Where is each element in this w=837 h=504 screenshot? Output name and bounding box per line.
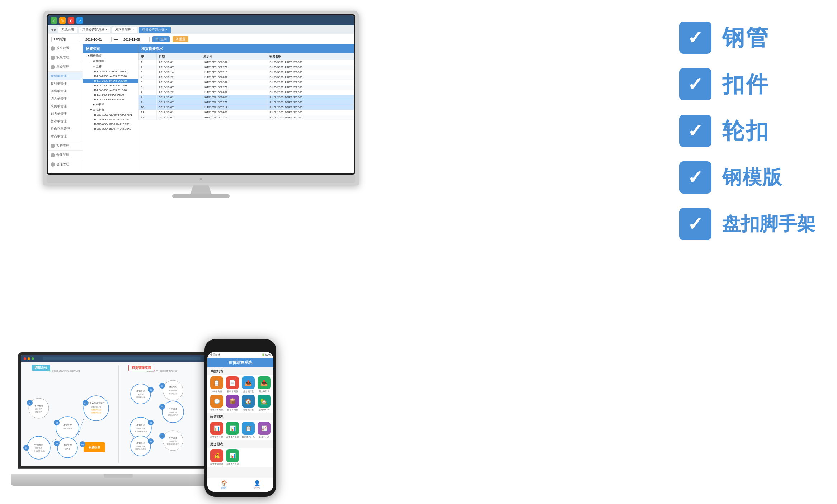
sidebar-item-lease[interactable]: 租借存单管理 [48, 125, 83, 133]
sidebar-item-out[interactable]: 调出单管理 [48, 87, 83, 95]
table-row[interactable]: 92019-10-07101910291502671B-LG-2000 Φ48*… [138, 100, 354, 105]
svg-point-11 [84, 396, 109, 421]
phone-icon-storage[interactable]: 📦 暂存单列表 [225, 395, 240, 412]
sidebar-item-asset[interactable]: 单资管理 [48, 63, 83, 71]
list-icon [51, 65, 55, 69]
laptop-hinge [18, 468, 219, 469]
tree-item-lg3000[interactable]: B-LG-3000 Φ48*3.2*3000 [83, 69, 138, 74]
tree-item-buckle[interactable]: ▼ 盘扣物资 [83, 58, 138, 64]
sidebar-item-customer[interactable]: 客户管理 [48, 142, 83, 149]
checkmark-icon-2: ✓ [687, 75, 703, 94]
out-icon: 📤 [242, 376, 255, 389]
sidebar-item-gift[interactable]: 赠品单管理 [48, 133, 83, 140]
tree-item-lg1000[interactable]: B-LG-1000 φ48*3.2*1000 [83, 88, 138, 92]
phone-icon-lease-ledger[interactable]: 💰 租赁费用总账 [210, 449, 224, 466]
tree-item-lg1500[interactable]: B-LG-1500 φ48*3.2*1500 [83, 83, 138, 88]
phone-icon-outstock[interactable]: 🏠 出仓单列表 [241, 395, 255, 412]
sidebar-item-purchase[interactable]: 采购单管理 [48, 103, 83, 110]
in-label: 调入单列表 [259, 390, 269, 393]
tree-item-lg500[interactable]: B-LG-500 Φ48*3.2*500 [83, 92, 138, 97]
sidebar-item-receive[interactable]: 收料单管理 [48, 80, 83, 87]
expand-dot [32, 357, 34, 360]
phone-icon-exit-total[interactable]: 📈 退出仓汇总 [257, 422, 271, 439]
tree-item-lg2500[interactable]: B-LG-2500 φ48*3.2*2500 [83, 74, 138, 79]
search-date-to[interactable] [121, 37, 150, 42]
table-cell: 2019-10-14 [157, 70, 201, 75]
issue-label: 发料单列表 [211, 390, 222, 393]
phone-icon-inp[interactable]: 📥 调入单列表 [257, 376, 271, 393]
svg-text:02: 02 [161, 435, 164, 437]
table-row[interactable]: 122019-10-07101910291502671B-LG-1500 Φ48… [138, 115, 354, 120]
temp-total-icon: 📋 [242, 422, 255, 435]
sidebar-item-settings[interactable]: 系统设置 [48, 44, 83, 52]
table-row[interactable]: 112019-10-01101910291500807B-LG-1500 Φ48… [138, 110, 354, 115]
phone-bills-grid: 📋 发料单列表 📄 收料单列表 📤 调出单列表 📥 调入单列表 [207, 375, 273, 413]
tree-item-xg300[interactable]: B-XG-300×1500 Φ42*2.75*1 [83, 127, 138, 131]
phone-icon-issue[interactable]: 📋 发料单列表 [210, 376, 224, 393]
svg-text:填写台同内容: 填写台同内容 [167, 414, 178, 416]
table-row[interactable]: 12019-10-01101910291500807B-LG-3000 Φ48*… [138, 60, 354, 65]
table-row[interactable]: 72019-10-22111910291506207B-LG-2500 Φ48*… [138, 90, 354, 95]
tree-item-xg900[interactable]: B-XG-900×1000 Φ42*2.75*1 [83, 117, 138, 122]
table-row[interactable]: 52019-10-01101910291500807B-LG-2500 Φ48*… [138, 80, 354, 85]
phone-icon-out[interactable]: 📤 调出单列表 [241, 376, 255, 393]
tree-item-lg2000[interactable]: B-LG-2000 φ48*3.2*2000 [83, 79, 138, 83]
tree-item-pole[interactable]: ▼ 立杆 [83, 64, 138, 69]
phone-icon-temp-total[interactable]: 📋 暂存资产汇总 [241, 422, 255, 439]
phone-icon-temp[interactable]: 🕐 暂暂存单列表 [210, 395, 224, 412]
phone-icon-lease-total[interactable]: 📊 租赁资产汇总 [210, 422, 224, 439]
phone-icon-instock[interactable]: 🏡 进仓单列表 [257, 395, 271, 412]
monitor: ✓ ✎ ◐ ↗ ◀ ▶ 系统首页 租赁资产汇总报 × 发料单管理 × 租赁资产流… [43, 11, 359, 198]
transfer-ledger-label: 调拨资产总账 [226, 463, 239, 466]
table-row[interactable]: 102019-10-07111910291507518B-LG-2000 Φ48… [138, 105, 354, 110]
tab-asset-summary[interactable]: 租赁资产汇总报 × [79, 27, 111, 33]
tab-flow[interactable]: 租赁资产流水账 × [139, 27, 171, 33]
sidebar-item-permission[interactable]: 权限管理 [48, 54, 83, 61]
phone-icon-transfer-total[interactable]: 📊 调拨资产汇总 [225, 422, 240, 439]
table-row[interactable]: 82019-10-01101910291500807B-LG-2000 Φ48*… [138, 95, 354, 100]
tree-item-xg1200[interactable]: B-XG-1200×2000 Φ42*2.75*1 [83, 113, 138, 117]
tree-item-diagonal[interactable]: ▼ 盘完斜杆 [83, 107, 138, 113]
nav-back[interactable]: ◀ ▶ [51, 28, 57, 32]
tree-item-lease[interactable]: ▼ 租借物资 [83, 53, 138, 58]
monitor-chin-dot [200, 178, 202, 180]
tab-issue[interactable]: 发料单管理 × [112, 27, 137, 33]
phone-icon-transfer-ledger[interactable]: 📊 调拨资产总账 [225, 449, 240, 466]
search-user-input[interactable] [51, 37, 80, 42]
phone-notch [228, 344, 253, 351]
tree-item-horizontal[interactable]: ▶ 水平杆 [83, 102, 138, 107]
reset-button[interactable]: ↺ 重置 [173, 36, 189, 42]
monitor-chin [47, 175, 355, 183]
sidebar-item-in[interactable]: 调入单管理 [48, 95, 83, 103]
lease-ledger-icon: 💰 [210, 449, 223, 462]
home-label: 首页 [221, 486, 227, 490]
table-cell: 12 [138, 115, 157, 120]
table-row[interactable]: 32019-10-14111910291507518B-LG-3000 Φ48*… [138, 70, 354, 75]
icon-orange: ✎ [59, 17, 66, 24]
sidebar-item-sales[interactable]: 销售单管理 [48, 110, 83, 118]
table-row[interactable]: 42019-10-22111910291506207B-LG-3000 Φ48*… [138, 75, 354, 80]
svg-text:新建项目及客户: 新建项目及客户 [167, 443, 179, 445]
table-cell: B-LG-3000 Φ48*3.2*3000 [267, 75, 354, 80]
phone-nav-profile[interactable]: 👤 我的 [254, 480, 260, 490]
sidebar-item-warehouse[interactable]: 仓储管理 [48, 161, 83, 168]
sidebar-item-temp[interactable]: 暂存单管理 [48, 118, 83, 125]
sidebar-item-issue[interactable]: 发料单管理 [48, 72, 83, 80]
tree-item-lg350[interactable]: B-LG-350 Φ48*3.2*350 [83, 97, 138, 102]
search-button[interactable]: 🔍 查询 [152, 36, 170, 42]
instock-label: 进仓单列表 [259, 408, 269, 412]
sidebar-item-contract[interactable]: 合同管理 [48, 151, 83, 159]
checkmark-wheel-buckle: ✓ [679, 115, 711, 147]
tree-item-xg600[interactable]: B-XG-600×1000 Φ42*2.75*1 [83, 122, 138, 127]
table-row[interactable]: 62019-10-07101910291502671B-LG-2500 Φ48*… [138, 85, 354, 90]
search-date-from[interactable] [83, 37, 112, 42]
phone-icon-receive[interactable]: 📄 收料单列表 [225, 376, 240, 393]
table-cell: 101910291500807 [201, 110, 267, 115]
svg-text:单据管理: 单据管理 [63, 444, 72, 446]
table-row[interactable]: 22019-10-07101910291502671B-LG-3000 Φ48*… [138, 65, 354, 70]
tab-home[interactable]: 系统首页 [58, 27, 77, 33]
svg-text:合同管理: 合同管理 [169, 408, 177, 410]
phone-nav-home[interactable]: 🏠 首页 [221, 480, 227, 490]
tree-panel: 物资类别 ▼ 租借物资 ▼ 盘扣物资 ▼ 立杆 B-LG [83, 44, 138, 173]
table-cell: 4 [138, 75, 157, 80]
